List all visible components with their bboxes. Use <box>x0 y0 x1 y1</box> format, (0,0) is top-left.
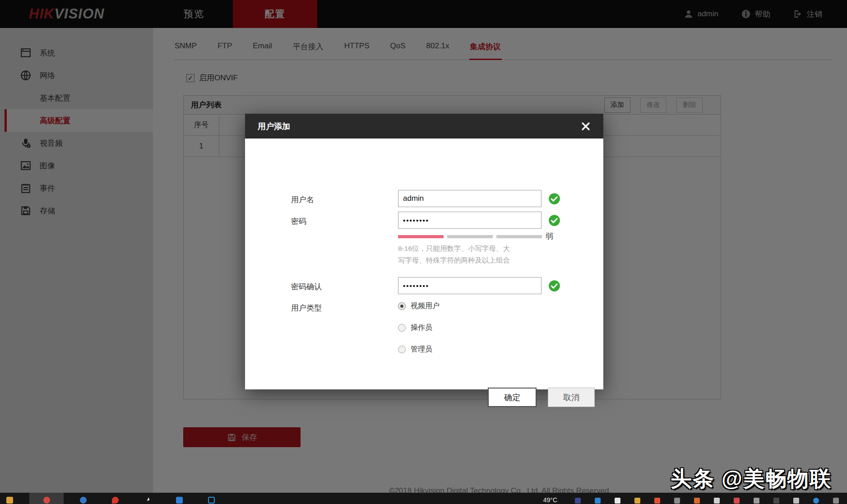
strength-label: 弱 <box>546 231 553 241</box>
tray-icon[interactable] <box>813 498 819 504</box>
confirm-valid-check-icon <box>548 280 560 292</box>
tray-icon[interactable] <box>694 498 700 504</box>
user-type-label: 用户类型 <box>291 303 322 313</box>
radio-label: 操作员 <box>411 323 432 333</box>
taskbar-active-app-tile[interactable] <box>29 493 64 504</box>
radio-label: 视频用户 <box>411 301 440 311</box>
taskbar-outline-app-icon[interactable] <box>208 497 215 504</box>
temperature-label: 49°C <box>543 496 557 504</box>
tray-icon[interactable] <box>575 498 581 504</box>
password-valid-check-icon <box>548 214 560 227</box>
taskbar-folder-icon[interactable] <box>6 497 13 504</box>
username-valid-check-icon <box>548 193 560 205</box>
password-input[interactable] <box>398 212 542 229</box>
radio-button <box>398 346 406 353</box>
modal-body: 用户名 密码 弱 8-16位，只能用数字、小写字母、大 写字母、特殊字符的两种及… <box>245 139 603 389</box>
watermark-text: 头条 @美畅物联 <box>671 465 832 493</box>
tray-icon[interactable] <box>634 498 640 504</box>
taskbar-cursor-icon[interactable] <box>144 497 151 504</box>
radio-administrator[interactable]: 管理员 <box>398 345 432 354</box>
tray-icon[interactable] <box>714 498 720 504</box>
tray-icon[interactable] <box>734 498 740 504</box>
strength-segment <box>496 235 542 238</box>
username-label: 用户名 <box>291 194 314 205</box>
radio-video-user[interactable]: 视频用户 <box>398 301 440 311</box>
tray-icon[interactable] <box>754 498 759 504</box>
tray-icon[interactable] <box>615 498 620 504</box>
taskbar-blue-square-app-icon[interactable] <box>176 497 183 504</box>
tray-icon[interactable] <box>654 498 660 504</box>
radio-operator[interactable]: 操作员 <box>398 323 432 333</box>
radio-button <box>398 324 406 332</box>
cancel-button[interactable]: 取消 <box>548 388 595 407</box>
taskbar-flame-app-icon[interactable] <box>112 497 119 504</box>
radio-label: 管理员 <box>411 345 432 354</box>
taskbar-left-icons <box>6 493 215 504</box>
strength-segment <box>447 235 493 238</box>
taskbar-tray: 49°C <box>543 494 839 504</box>
password-label: 密码 <box>291 216 306 227</box>
taskbar-blue-app-icon[interactable] <box>80 497 87 504</box>
password-hint-line2: 写字母、特殊字符的两种及以上组合 <box>398 254 510 266</box>
taskbar: 49°C <box>0 493 847 504</box>
tray-icon[interactable] <box>674 498 680 504</box>
radio-button-checked <box>398 302 406 310</box>
close-icon[interactable] <box>580 120 592 132</box>
add-user-modal: 用户添加 用户名 密码 弱 8-16位，只能用数字、小写字母、大 <box>245 114 603 389</box>
modal-title: 用户添加 <box>258 121 580 132</box>
confirm-password-label: 密码确认 <box>291 282 322 292</box>
tray-icon[interactable] <box>595 498 601 504</box>
taskbar-red-app-icon <box>43 497 50 504</box>
username-input[interactable] <box>398 190 542 207</box>
tray-icon[interactable] <box>773 498 779 504</box>
confirm-password-input[interactable] <box>398 277 542 294</box>
password-hint-line1: 8-16位，只能用数字、小写字母、大 <box>398 243 510 254</box>
tray-icon[interactable] <box>833 498 839 504</box>
ok-button[interactable]: 确定 <box>488 388 537 407</box>
password-strength-meter <box>398 235 542 238</box>
screen: HIKVISION 预览 配置 admin 帮助 注销 系统 <box>0 0 847 504</box>
strength-segment-weak <box>398 235 444 238</box>
tray-icon[interactable] <box>793 498 799 504</box>
password-hint: 8-16位，只能用数字、小写字母、大 写字母、特殊字符的两种及以上组合 <box>398 243 510 266</box>
modal-header: 用户添加 <box>245 114 603 139</box>
